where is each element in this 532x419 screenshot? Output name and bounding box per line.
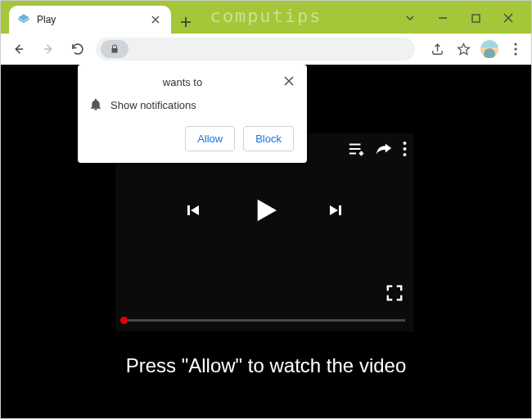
window-close-icon[interactable] [492, 7, 525, 29]
bookmark-star-icon[interactable] [454, 40, 472, 58]
menu-dots-icon[interactable] [507, 40, 525, 58]
window-dropdown-icon[interactable] [394, 7, 426, 29]
site-info-lock-icon[interactable] [101, 40, 128, 58]
minimize-icon[interactable] [426, 7, 459, 29]
svg-rect-0 [472, 15, 480, 22]
svg-point-5 [404, 147, 407, 151]
page-content: wants to Show notifications Allow Block [1, 65, 531, 418]
address-bar[interactable] [96, 38, 415, 61]
next-track-icon[interactable] [327, 200, 346, 220]
fullscreen-icon[interactable] [385, 284, 404, 302]
watermark-text: computips [210, 6, 322, 26]
video-player[interactable] [115, 133, 413, 331]
new-tab-button[interactable] [179, 16, 192, 29]
popup-close-icon[interactable] [284, 76, 294, 88]
progress-bar[interactable] [124, 319, 405, 322]
svg-point-6 [404, 153, 407, 156]
reload-button[interactable] [66, 38, 89, 61]
maximize-icon[interactable] [459, 7, 492, 29]
popup-wants-to-text: wants to [89, 76, 284, 88]
svg-point-1 [514, 43, 516, 45]
tab-title: Play [37, 14, 148, 25]
player-menu-dots-icon[interactable] [403, 141, 407, 157]
share-icon[interactable] [428, 40, 446, 58]
share-arrow-icon[interactable] [375, 140, 393, 158]
back-button[interactable] [7, 38, 30, 61]
window-titlebar: Play computips [1, 1, 531, 34]
browser-toolbar [1, 34, 531, 65]
bell-icon [89, 98, 102, 111]
browser-tab[interactable]: Play [9, 6, 171, 34]
svg-point-3 [514, 52, 516, 55]
tab-close-icon[interactable] [148, 16, 163, 24]
notification-permission-popup: wants to Show notifications Allow Block [78, 65, 307, 163]
allow-button[interactable]: Allow [185, 126, 235, 151]
forward-button[interactable] [37, 38, 60, 61]
window-controls [394, 7, 525, 29]
page-caption: Press "Allow" to watch the video [1, 354, 531, 377]
profile-avatar-icon[interactable] [480, 40, 498, 58]
queue-add-icon[interactable] [347, 140, 365, 158]
tab-favicon-icon [17, 13, 30, 26]
svg-point-4 [404, 142, 407, 145]
play-icon[interactable] [248, 194, 281, 227]
previous-track-icon[interactable] [183, 200, 202, 220]
progress-handle-icon[interactable] [120, 317, 128, 324]
block-button[interactable]: Block [243, 126, 294, 151]
toolbar-right [428, 40, 525, 58]
popup-permission-text: Show notifications [110, 99, 196, 111]
svg-point-2 [514, 47, 516, 50]
